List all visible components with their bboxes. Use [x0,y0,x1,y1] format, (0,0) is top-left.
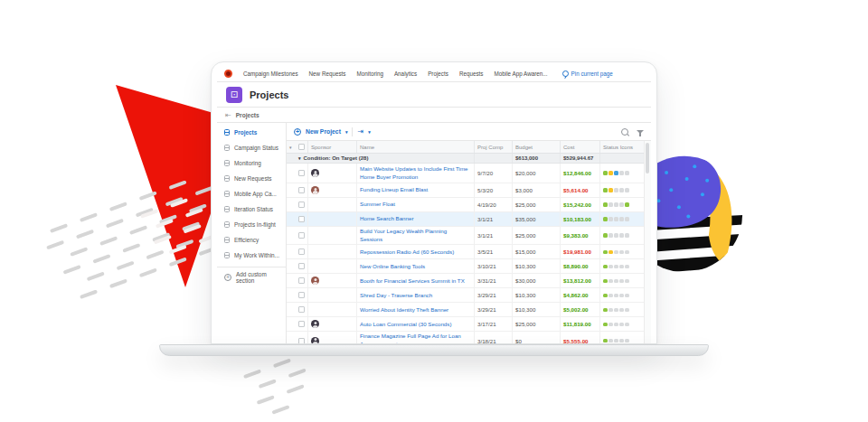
project-name-link[interactable]: Funding Lineup Email Blast [360,186,428,194]
column-header-cost[interactable]: Cost [560,141,599,153]
share-button[interactable]: ⇥ ▾ [357,127,370,136]
proj-comp-cell: 3/29/21 [474,303,512,316]
status-icons-cell [599,164,645,183]
tab-new-requests[interactable]: New Requests [309,70,346,77]
pin-icon [562,70,569,77]
sidebar-item-new-requests[interactable]: New Requests [217,171,286,186]
sponsor-avatar[interactable] [311,169,319,177]
status-dot-green [603,294,608,298]
row-checkbox[interactable] [298,232,305,239]
status-dot-grey [614,188,618,192]
status-dot-grey [609,217,613,221]
row-checkbox[interactable] [298,216,305,222]
tab-monitoring[interactable]: Monitoring [357,70,383,77]
page-title: Projects [250,89,288,100]
sheet-icon [224,237,230,244]
chevron-down-icon: ▾ [368,129,371,135]
project-name-link[interactable]: Finance Magazine Full Page Ad for Loan A… [360,333,471,343]
sponsor-avatar[interactable] [311,337,319,343]
column-header-status[interactable]: Status Icons [599,141,645,153]
sidebar-item-projects-in-flight[interactable]: Projects In-flight [217,217,286,232]
row-checkbox[interactable] [298,306,305,313]
select-all-checkbox[interactable] [298,144,305,150]
row-checkbox[interactable] [298,277,305,284]
project-name-link[interactable]: Home Search Banner [360,215,414,223]
status-dot-green [625,202,629,207]
sidebar-item-campaign-status[interactable]: Campaign Status [217,140,286,155]
project-name-link[interactable]: Build Your Legacy Wealth Planning Sessio… [360,228,471,243]
name-cell: Funding Lineup Email Blast [356,183,474,197]
row-checkbox[interactable] [298,249,305,255]
row-checkbox-cell [296,288,307,302]
sidebar-item-projects[interactable]: Projects [217,125,286,140]
status-dot-grey [619,279,624,284]
project-row: Repossession Radio Ad (60 Seconds)3/5/21… [287,245,645,259]
vertical-scrollbar[interactable] [644,141,651,343]
sidebar-item-monitoring[interactable]: Monitoring [217,155,286,171]
row-checkbox[interactable] [298,338,305,343]
column-header-sponsor[interactable]: Sponsor [307,141,356,153]
sidebar-item-mobile-app-ca[interactable]: Mobile App Ca... [217,186,286,202]
project-name-link[interactable]: Repossession Radio Ad (60 Seconds) [360,249,454,257]
tab-campaign-milestones[interactable]: Campaign Milestones [243,70,298,77]
scrollbar-thumb[interactable] [646,143,649,173]
row-checkbox[interactable] [298,321,305,327]
status-dot-grey [619,339,624,343]
proj-comp-cell: 4/19/20 [474,198,512,211]
sidebar-item-efficiency[interactable]: Efficiency [217,232,286,248]
group-budget-total: $613,000 [512,154,560,163]
row-checkbox[interactable] [298,170,305,176]
sponsor-avatar[interactable] [311,277,319,285]
project-row: Finance Magazine Full Page Ad for Loan A… [287,332,645,343]
cost-value: $11,819.00 [563,321,591,327]
column-header-proj_comp[interactable]: Proj Comp [474,141,512,153]
new-project-button[interactable]: + New Project ▾ [294,128,347,136]
column-header-budget[interactable]: Budget [512,141,560,153]
sponsor-avatar[interactable] [311,320,319,328]
sidebar-item-label: Campaign Status [234,145,278,151]
project-name-link[interactable]: Summer Float [360,201,395,209]
sponsor-avatar[interactable] [311,186,319,194]
row-checkbox[interactable] [298,263,305,269]
budget-cell: $30,000 [512,274,560,287]
pin-current-page-link[interactable]: Pin current page [562,70,613,77]
budget-cell: $10,300 [512,259,560,273]
group-label[interactable]: ▾Condition: On Target (28) [296,154,474,163]
row-checkbox[interactable] [298,292,305,298]
sponsor-cell [307,332,356,343]
add-custom-section-button[interactable]: +Add custom section [217,269,286,285]
row-checkbox[interactable] [298,187,305,193]
budget-cell: $3,000 [512,183,560,197]
row-checkbox-cell [296,164,307,183]
column-header-name[interactable]: Name [356,141,474,153]
project-name-link[interactable]: New Online Banking Tools [360,263,425,271]
filter-icon[interactable] [637,130,644,134]
tab-projects[interactable]: Projects [428,70,448,77]
project-name-link[interactable]: Main Website Updates to Include First Ti… [360,165,471,181]
sheet-icon [224,252,230,259]
status-dot-grey [609,308,613,313]
sidebar-item-my-work-within[interactable]: My Work Within... [217,248,286,263]
collapse-panel-icon[interactable]: ⇤ [225,111,231,119]
sidebar-item-iteration-status[interactable]: Iteration Status [217,202,286,217]
project-name-link[interactable]: Worried About Identity Theft Banner [360,306,448,314]
proj-comp-cell: 3/5/21 [474,245,512,258]
proj-comp-cell: 3/10/21 [474,259,512,273]
project-row: Worried About Identity Theft Banner3/29/… [287,303,645,317]
row-expand-cell [287,259,296,273]
cost-cell: $5,614.00 [560,183,599,197]
search-icon[interactable] [621,128,628,136]
row-checkbox[interactable] [298,202,305,208]
project-name-link[interactable]: Booth for Financial Services Summit in T… [360,277,465,286]
proj-comp-cell: 3/18/21 [474,332,512,343]
chevron-down-icon[interactable]: ▾ [289,145,292,150]
status-dot-grey [614,265,618,269]
tab-requests[interactable]: Requests [459,70,484,77]
cost-value: $13,812.00 [563,277,591,284]
tab-mobile-app-awaren[interactable]: Mobile App Awaren... [494,70,547,77]
project-name-link[interactable]: Auto Loan Commercial (30 Seconds) [360,321,451,329]
tab-analytics[interactable]: Analytics [394,70,417,77]
project-name-link[interactable]: Shred Day - Traverse Branch [360,292,432,300]
status-icons-cell [599,288,645,302]
status-icons-cell [599,245,645,258]
